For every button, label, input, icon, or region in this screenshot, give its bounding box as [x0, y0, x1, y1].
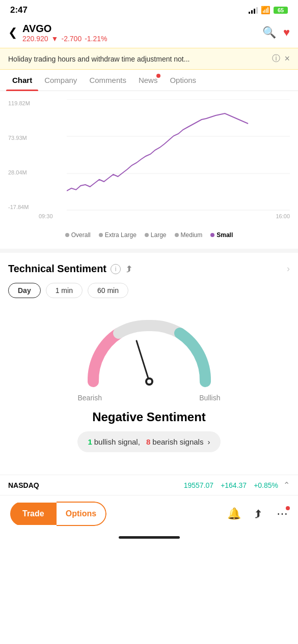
header-left: ❮ AVGO 220.920 ▼ -2.700 -1.21%	[8, 22, 107, 43]
home-indicator	[0, 532, 298, 541]
sentiment-share-icon[interactable]: ⮭	[125, 264, 134, 274]
chart-x-labels: 09:30 16:00	[39, 211, 290, 221]
home-bar	[119, 536, 180, 539]
nav-icons: 🔔 ⮭ ⋯	[227, 507, 288, 520]
ticker-price: 220.920	[22, 35, 48, 43]
time-btn-day[interactable]: Day	[8, 283, 41, 298]
nasdaq-change: +164.37	[221, 481, 247, 489]
heart-icon[interactable]: ♥	[283, 26, 290, 39]
nasdaq-price: 19557.07	[184, 481, 213, 489]
legend-dot-medium	[175, 233, 179, 237]
more-options-badge	[286, 506, 290, 510]
legend-large[interactable]: Large	[145, 231, 167, 239]
time-btn-60min[interactable]: 60 min	[88, 283, 128, 298]
nasdaq-label: NASDAQ	[8, 481, 174, 489]
tab-company[interactable]: Company	[38, 70, 83, 91]
y-label-mid2: 28.04M	[8, 169, 36, 175]
notification-banner: Holiday trading hours and withdraw time …	[0, 48, 298, 70]
gauge-svg	[78, 310, 221, 392]
more-options-icon[interactable]: ⋯	[277, 507, 288, 520]
gauge-label-bullish: Bullish	[199, 394, 220, 402]
banner-text: Holiday trading hours and withdraw time …	[8, 55, 268, 63]
signals-chevron: ›	[205, 437, 210, 446]
signals-pill[interactable]: 1 bullish signal, 8 bearish signals ›	[77, 431, 220, 452]
banner-close-button[interactable]: ×	[284, 53, 290, 64]
legend-medium[interactable]: Medium	[175, 231, 203, 239]
down-arrow-icon: ▼	[51, 35, 59, 43]
tab-chart[interactable]: Chart	[6, 70, 38, 91]
legend-extra-large[interactable]: Extra Large	[99, 231, 137, 239]
legend-dot-extra-large	[99, 233, 103, 237]
trade-options-group: Trade Options	[10, 502, 106, 526]
ticker-price-row: 220.920 ▼ -2.700 -1.21%	[22, 35, 107, 43]
trade-button[interactable]: Trade	[10, 503, 57, 525]
sentiment-info-icon[interactable]: i	[111, 264, 121, 274]
ticker-symbol: AVGO	[22, 22, 107, 35]
nasdaq-ticker-bar: NASDAQ 19557.07 +164.37 +0.85% ⌃	[0, 475, 298, 495]
bottom-nav: Trade Options 🔔 ⮭ ⋯	[0, 495, 298, 532]
news-badge	[156, 74, 160, 78]
x-label-end: 16:00	[276, 213, 290, 219]
time-period-buttons: Day 1 min 60 min	[8, 283, 290, 298]
legend-small[interactable]: Small	[210, 231, 233, 239]
y-label-mid1: 73.93M	[8, 135, 36, 141]
tab-comments[interactable]: Comments	[83, 70, 132, 91]
sentiment-result: Negative Sentiment	[92, 410, 206, 424]
sentiment-gauge-container: Bearish Bullish Negative Sentiment 1 bul…	[8, 310, 290, 452]
nasdaq-chevron-up[interactable]: ⌃	[283, 480, 290, 490]
gauge-labels: Bearish Bullish	[78, 394, 221, 402]
price-chart	[67, 99, 290, 211]
tab-bar: Chart Company Comments News Options	[0, 70, 298, 91]
sentiment-header: Technical Sentiment i ⮭ ›	[8, 263, 290, 275]
signal-bars-icon	[249, 7, 258, 14]
options-button[interactable]: Options	[57, 502, 106, 526]
back-button[interactable]: ❮	[8, 26, 17, 39]
chart-area: 119.82M 73.93M 28.04M -17.84M 09:30 16:0…	[0, 91, 298, 225]
legend-dot-small	[210, 233, 214, 237]
time-btn-1min[interactable]: 1 min	[46, 283, 83, 298]
y-label-top: 119.82M	[8, 100, 36, 106]
chart-legend: Overall Extra Large Large Medium Small	[0, 225, 298, 241]
share-icon[interactable]: ⮭	[253, 507, 264, 520]
signals-text2: bearish signals	[152, 437, 203, 446]
bearish-signal-count: 8	[146, 437, 150, 446]
tab-options[interactable]: Options	[164, 70, 202, 91]
banner-info-icon[interactable]: ⓘ	[272, 53, 280, 64]
sentiment-title: Technical Sentiment	[8, 263, 106, 275]
nasdaq-change-pct: +0.85%	[254, 481, 278, 489]
legend-dot-large	[145, 233, 149, 237]
x-label-start: 09:30	[39, 213, 53, 219]
legend-dot-overall	[65, 233, 69, 237]
svg-point-6	[147, 379, 151, 384]
bullish-signal-count: 1	[88, 437, 92, 446]
svg-line-4	[137, 341, 149, 382]
gauge-label-bearish: Bearish	[78, 394, 102, 402]
legend-overall[interactable]: Overall	[65, 231, 91, 239]
sentiment-gauge	[78, 310, 221, 392]
header-right: 🔍 ♥	[262, 26, 290, 39]
status-bar: 2:47 📶 65	[0, 0, 298, 18]
battery-icon: 65	[274, 7, 288, 14]
search-icon[interactable]: 🔍	[262, 26, 276, 39]
ticker-info: AVGO 220.920 ▼ -2.700 -1.21%	[22, 22, 107, 43]
wifi-icon: 📶	[261, 6, 270, 15]
signals-text: bullish signal,	[94, 437, 140, 446]
ticker-change-pct: -1.21%	[85, 35, 107, 43]
status-icons: 📶 65	[249, 6, 288, 15]
technical-sentiment-section: Technical Sentiment i ⮭ › Day 1 min 60 m…	[0, 253, 298, 462]
sentiment-title-row: Technical Sentiment i ⮭	[8, 263, 134, 275]
y-label-bottom: -17.84M	[8, 204, 36, 210]
stock-header: ❮ AVGO 220.920 ▼ -2.700 -1.21% 🔍 ♥	[0, 18, 298, 48]
section-divider	[0, 249, 298, 253]
sentiment-chevron-right[interactable]: ›	[287, 264, 290, 274]
ticker-change: -2.700	[61, 35, 82, 43]
bell-icon[interactable]: 🔔	[227, 507, 241, 520]
tab-news[interactable]: News	[132, 70, 164, 91]
chart-svg-container	[67, 99, 290, 211]
status-time: 2:47	[10, 5, 28, 15]
